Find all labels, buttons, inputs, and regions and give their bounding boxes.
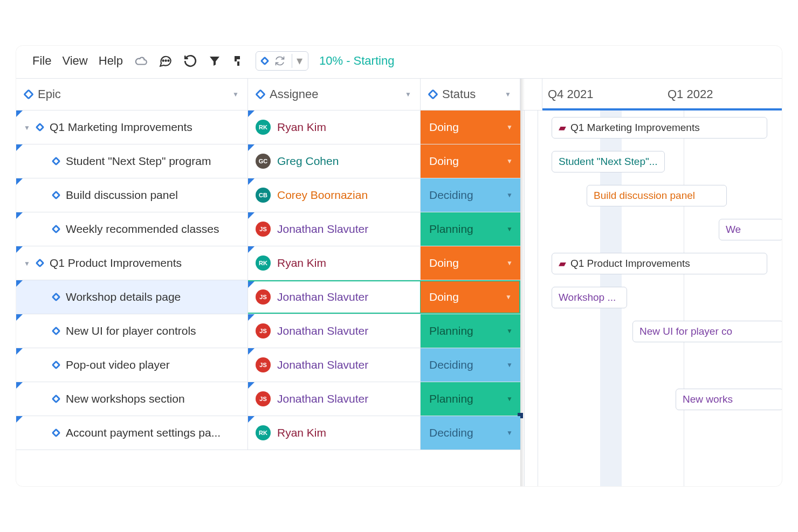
comment-icon[interactable] [159, 54, 173, 68]
status-cell[interactable]: Doing▼ [421, 280, 520, 314]
status-chip[interactable]: Doing▼ [421, 246, 520, 280]
assignee-cell[interactable]: GCGreg Cohen [248, 144, 421, 178]
assignee-cell[interactable]: RKRyan Kim [248, 416, 421, 450]
status-cell[interactable]: Planning▼ [421, 382, 520, 416]
epic-cell[interactable]: Student "Next Step" program [16, 144, 248, 178]
status-chip[interactable]: Deciding▼ [421, 416, 520, 450]
epic-cell[interactable]: ▼Q1 Marketing Improvements [16, 110, 248, 144]
chevron-down-icon[interactable]: ▼ [506, 123, 513, 131]
chevron-down-icon[interactable]: ▼ [506, 327, 513, 335]
assignee-cell[interactable]: CBCorey Boornazian [248, 178, 421, 212]
timeline-bar[interactable]: Workshop ... [552, 287, 627, 308]
timeline-row[interactable]: We [525, 212, 782, 246]
history-icon[interactable] [183, 54, 197, 68]
timeline-bar[interactable]: ▰Q1 Marketing Improvements [552, 117, 767, 139]
status-cell[interactable]: Planning▼ [421, 314, 520, 348]
chevron-down-icon[interactable]: ▼ [506, 361, 513, 369]
timeline-row[interactable]: New works [525, 382, 782, 416]
status-chip[interactable]: Doing▼ [421, 110, 520, 144]
epic-cell[interactable]: New workshops section [16, 382, 248, 416]
table-row[interactable]: New workshops sectionJSJonathan Slavuter… [16, 382, 520, 416]
menu-help[interactable]: Help [99, 54, 123, 68]
assignee-cell[interactable]: JSJonathan Slavuter [248, 348, 421, 382]
status-cell[interactable]: Deciding▼ [421, 348, 520, 382]
filter-icon[interactable] [208, 54, 221, 67]
assignee-cell[interactable]: JSJonathan Slavuter [248, 314, 421, 348]
timeline-body[interactable]: ▰Q1 Marketing ImprovementsStudent "Next … [524, 110, 782, 486]
status-chip[interactable]: Doing▼ [421, 144, 520, 178]
cell-corner-flag [248, 382, 254, 389]
status-chip[interactable]: Planning▼ [421, 314, 520, 348]
status-cell[interactable]: Doing▼ [421, 246, 520, 280]
timeline-quarter[interactable]: Q4 2021 [542, 79, 662, 110]
table-row[interactable]: Build discussion panelCBCorey Boornazian… [16, 178, 520, 212]
timeline-bar[interactable]: New UI for player co [632, 321, 782, 342]
status-chip[interactable]: Planning▼ [421, 212, 520, 246]
chevron-down-icon[interactable]: ▼ [24, 260, 30, 267]
epic-cell[interactable]: Workshop details page [16, 280, 248, 314]
timeline-bar[interactable]: ▰Q1 Product Improvements [552, 253, 767, 274]
timeline-bar[interactable]: Build discussion panel [587, 185, 727, 206]
timeline-row[interactable]: ▰Q1 Marketing Improvements [525, 110, 782, 144]
table-row[interactable]: Account payment settings pa...RKRyan Kim… [16, 416, 520, 450]
chevron-down-icon[interactable]: ▼ [505, 91, 511, 98]
epic-cell[interactable]: New UI for player controls [16, 314, 248, 348]
view-mode-pill[interactable]: ▾ [256, 51, 308, 71]
timeline-quarter[interactable]: Q1 2022 [662, 79, 782, 110]
table-row[interactable]: Student "Next Step" programGCGreg CohenD… [16, 144, 520, 178]
epic-cell[interactable]: Account payment settings pa... [16, 416, 248, 450]
assignee-cell[interactable]: RKRyan Kim [248, 110, 421, 144]
menu-file[interactable]: File [32, 54, 51, 68]
status-chip[interactable]: Doing▼ [421, 281, 519, 313]
epic-cell[interactable]: Weekly recommended classes [16, 212, 248, 246]
chevron-down-icon[interactable]: ▼ [232, 91, 239, 98]
table-row[interactable]: Pop-out video playerJSJonathan SlavuterD… [16, 348, 520, 382]
timeline-row[interactable]: ▰Q1 Product Improvements [525, 246, 782, 280]
cloud-sync-icon[interactable] [134, 54, 148, 68]
timeline-row[interactable] [525, 416, 782, 450]
status-cell[interactable]: Planning▼ [421, 212, 520, 246]
table-row[interactable]: Workshop details pageJSJonathan Slavuter… [16, 280, 520, 314]
timeline-row[interactable]: New UI for player co [525, 314, 782, 348]
status-cell[interactable]: Doing▼ [421, 110, 520, 144]
status-cell[interactable]: Deciding▼ [421, 416, 520, 450]
status-chip[interactable]: Deciding▼ [421, 178, 520, 212]
table-row[interactable]: ▼Q1 Product ImprovementsRKRyan KimDoing▼ [16, 246, 520, 280]
timeline-row[interactable]: Workshop ... [525, 280, 782, 314]
timeline-bar[interactable]: Student "Next Step"... [552, 151, 665, 172]
epic-cell[interactable]: ▼Q1 Product Improvements [16, 246, 248, 280]
status-chip[interactable]: Planning▼ [421, 382, 520, 416]
chevron-down-icon[interactable]: ▼ [24, 124, 30, 132]
assignee-cell[interactable]: JSJonathan Slavuter [248, 212, 421, 246]
chevron-down-icon[interactable]: ▼ [506, 157, 513, 165]
column-header-epic[interactable]: Epic ▼ [16, 79, 248, 110]
format-painter-icon[interactable] [232, 54, 245, 67]
status-chip[interactable]: Deciding▼ [421, 348, 520, 382]
timeline-bar[interactable]: We [719, 219, 782, 240]
cell-corner-flag [248, 314, 254, 321]
timeline-row[interactable] [525, 348, 782, 382]
column-header-assignee[interactable]: Assignee ▼ [248, 79, 421, 110]
timeline-row[interactable]: Student "Next Step"... [525, 144, 782, 178]
assignee-cell[interactable]: JSJonathan Slavuter [248, 280, 421, 314]
assignee-cell[interactable]: JSJonathan Slavuter [248, 382, 421, 416]
epic-cell[interactable]: Pop-out video player [16, 348, 248, 382]
chevron-down-icon[interactable]: ▼ [506, 191, 513, 199]
chevron-down-icon[interactable]: ▼ [506, 225, 513, 233]
chevron-down-icon[interactable]: ▼ [505, 293, 512, 301]
chevron-down-icon[interactable]: ▼ [405, 91, 411, 98]
chevron-down-icon[interactable]: ▼ [506, 429, 513, 437]
timeline-row[interactable]: Build discussion panel [525, 178, 782, 212]
column-header-status[interactable]: Status ▼ [421, 79, 520, 110]
table-row[interactable]: Weekly recommended classesJSJonathan Sla… [16, 212, 520, 246]
table-row[interactable]: ▼Q1 Marketing ImprovementsRKRyan KimDoin… [16, 110, 520, 144]
assignee-cell[interactable]: RKRyan Kim [248, 246, 421, 280]
chevron-down-icon[interactable]: ▼ [506, 395, 513, 403]
epic-cell[interactable]: Build discussion panel [16, 178, 248, 212]
timeline-bar[interactable]: New works [676, 389, 782, 410]
menu-view[interactable]: View [62, 54, 87, 68]
table-row[interactable]: New UI for player controlsJSJonathan Sla… [16, 314, 520, 348]
status-cell[interactable]: Deciding▼ [421, 178, 520, 212]
chevron-down-icon[interactable]: ▼ [506, 259, 513, 267]
status-cell[interactable]: Doing▼ [421, 144, 520, 178]
